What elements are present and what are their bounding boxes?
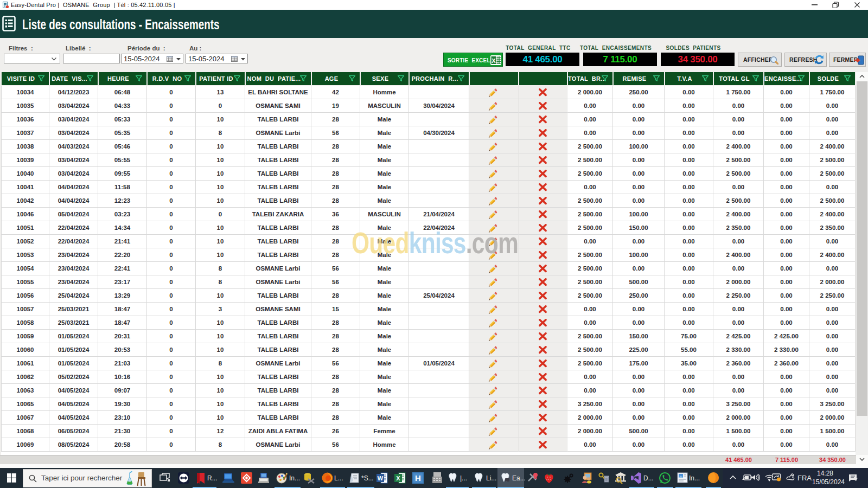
svg-text:H: H (415, 473, 421, 483)
svg-text:X: X (396, 475, 400, 481)
svg-text:W: W (378, 475, 384, 481)
